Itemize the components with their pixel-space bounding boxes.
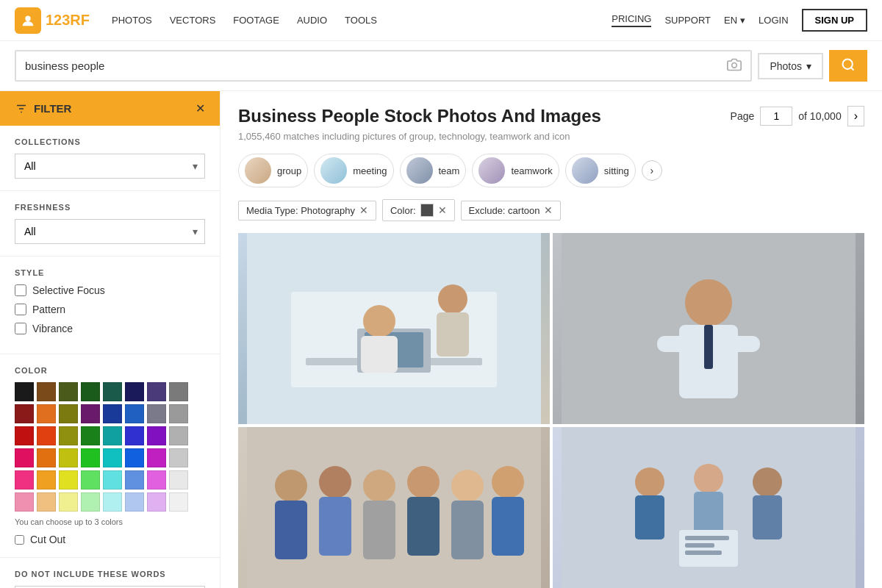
keyword-chip-group[interactable]: group <box>238 154 308 187</box>
selective-focus-label: Selective Focus <box>32 284 105 296</box>
nav-photos[interactable]: PHOTOS <box>112 15 152 26</box>
color-swatch-item[interactable] <box>169 426 188 445</box>
color-swatch-item[interactable] <box>15 448 34 467</box>
color-swatch-item[interactable] <box>81 382 100 401</box>
color-swatch-item[interactable] <box>147 448 166 467</box>
color-swatch-item[interactable] <box>169 470 188 490</box>
search-button[interactable] <box>829 50 867 82</box>
filter-title: FILTER <box>15 102 71 115</box>
nav-audio[interactable]: AUDIO <box>297 15 327 26</box>
svg-rect-43 <box>685 536 729 540</box>
svg-rect-45 <box>685 551 722 555</box>
color-swatch-item[interactable] <box>169 382 188 401</box>
color-swatch-item[interactable] <box>15 382 34 401</box>
login-link[interactable]: LOGIN <box>759 15 788 26</box>
color-swatch-item[interactable] <box>59 382 78 401</box>
color-swatch-item[interactable] <box>59 426 78 445</box>
color-swatch-item[interactable] <box>169 404 188 423</box>
color-swatch-item[interactable] <box>147 382 166 401</box>
color-swatch-item[interactable] <box>37 470 56 490</box>
color-swatch-item[interactable] <box>81 404 100 423</box>
color-swatch-item[interactable] <box>37 448 56 467</box>
color-swatch-item[interactable] <box>103 382 122 401</box>
nav-tools[interactable]: TOOLS <box>345 15 377 26</box>
freshness-label: FRESHNESS <box>15 203 205 212</box>
color-swatch-item[interactable] <box>81 448 100 467</box>
keyword-chip-teamwork[interactable]: teamwork <box>472 154 559 187</box>
color-swatch-item[interactable] <box>59 448 78 467</box>
collections-section: COLLECTIONS All ▾ <box>0 126 220 191</box>
color-swatch-item[interactable] <box>81 492 100 512</box>
color-swatch-item[interactable] <box>81 470 100 490</box>
color-swatch-item[interactable] <box>125 426 144 445</box>
collections-select[interactable]: All <box>15 154 205 179</box>
selective-focus-checkbox[interactable] <box>15 284 26 296</box>
keyword-chip-sitting[interactable]: sitting <box>565 154 636 187</box>
color-swatch-item[interactable] <box>147 404 166 423</box>
color-swatch-item[interactable] <box>103 404 122 423</box>
keyword-chip-meeting[interactable]: meeting <box>314 154 393 187</box>
image-card-2[interactable] <box>553 233 864 424</box>
search-input[interactable] <box>25 60 721 72</box>
filter-color-remove[interactable]: ✕ <box>438 205 447 215</box>
image-card-3[interactable] <box>238 427 550 588</box>
color-swatch-item[interactable] <box>37 492 56 512</box>
color-swatch-item[interactable] <box>59 470 78 490</box>
logo[interactable]: 123RF <box>15 7 90 34</box>
cutout-checkbox[interactable] <box>15 535 24 545</box>
svg-rect-42 <box>679 530 738 567</box>
color-swatch-item[interactable] <box>125 492 144 512</box>
color-swatch-item[interactable] <box>103 448 122 467</box>
color-swatch-item[interactable] <box>125 448 144 467</box>
color-swatch-item[interactable] <box>103 470 122 490</box>
camera-icon[interactable] <box>727 57 742 74</box>
color-swatch-item[interactable] <box>15 404 34 423</box>
vibrance-checkbox[interactable] <box>15 323 26 334</box>
freshness-select[interactable]: All <box>15 219 205 244</box>
color-swatch-item[interactable] <box>103 426 122 445</box>
color-swatch-item[interactable] <box>37 382 56 401</box>
color-swatch-item[interactable] <box>81 426 100 445</box>
image-card-1[interactable] <box>238 233 550 424</box>
color-swatch-item[interactable] <box>37 404 56 423</box>
color-swatch-item[interactable] <box>15 426 34 445</box>
filter-exclude-remove[interactable]: ✕ <box>544 205 553 215</box>
color-swatch-item[interactable] <box>59 404 78 423</box>
nav-vectors[interactable]: VECTORS <box>170 15 216 26</box>
color-swatch-item[interactable] <box>147 470 166 490</box>
pattern-checkbox[interactable] <box>15 304 26 315</box>
lang-selector[interactable]: EN ▾ <box>724 15 745 26</box>
keyword-chip-team[interactable]: team <box>400 154 467 187</box>
color-swatch-item[interactable] <box>147 426 166 445</box>
filter-media-type-remove[interactable]: ✕ <box>359 205 368 215</box>
color-swatch-item[interactable] <box>37 426 56 445</box>
color-swatch-item[interactable] <box>125 470 144 490</box>
nav-footage[interactable]: FOOTAGE <box>233 15 279 26</box>
svg-rect-30 <box>407 497 440 556</box>
color-swatch-item[interactable] <box>15 492 34 512</box>
signup-button[interactable]: SIGN UP <box>802 9 867 32</box>
color-swatch-item[interactable] <box>147 492 166 512</box>
color-swatch-item[interactable] <box>169 448 188 467</box>
filter-exclude-label: Exclude: cartoon <box>469 205 540 216</box>
image-grid <box>238 233 864 588</box>
pricing-link[interactable]: PRICING <box>612 13 651 27</box>
support-link[interactable]: SUPPORT <box>664 15 711 26</box>
color-swatch-item[interactable] <box>103 492 122 512</box>
color-swatch-item[interactable] <box>59 492 78 512</box>
color-swatch-item[interactable] <box>125 382 144 401</box>
photos-dropdown[interactable]: Photos ▾ <box>758 53 823 79</box>
svg-rect-28 <box>363 501 395 559</box>
color-swatch-item[interactable] <box>125 404 144 423</box>
image-card-4[interactable] <box>553 427 864 588</box>
style-label: STYLE <box>15 268 205 277</box>
color-swatch-item[interactable] <box>169 492 188 512</box>
filter-close-icon[interactable]: ✕ <box>196 101 205 115</box>
chips-next-button[interactable]: › <box>642 160 662 181</box>
filter-icon <box>15 102 28 115</box>
page-next-button[interactable]: › <box>847 106 864 126</box>
page-number-input[interactable] <box>760 107 792 126</box>
color-swatch-item[interactable] <box>15 470 34 490</box>
do-not-include-label: DO NOT INCLUDE THESE WORDS <box>15 570 205 578</box>
filter-header[interactable]: FILTER ✕ <box>0 91 220 126</box>
